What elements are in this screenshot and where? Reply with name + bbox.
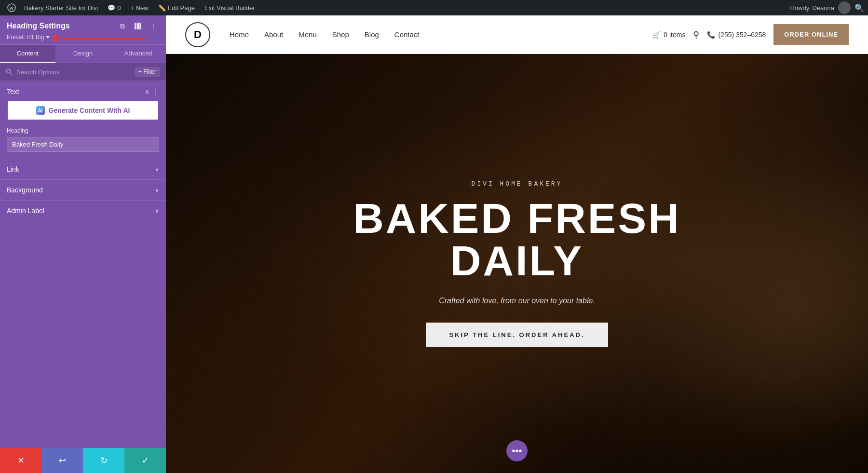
nav-item-about[interactable]: About [264,30,283,39]
text-section-collapse-icon[interactable]: ∧ [145,88,149,95]
admin-label-section-header[interactable]: Admin Label ∨ [0,201,166,221]
heading-input[interactable] [7,137,159,152]
background-section-title: Background [7,186,43,194]
admin-label-section: Admin Label ∨ [0,200,166,221]
columns-icon[interactable] [132,20,144,32]
panel-header-top: Heading Settings ⧉ ⋮ [7,20,159,32]
heading-field-label: Heading [7,127,159,134]
background-section-header[interactable]: Background ∨ [0,180,166,200]
ai-button-label: Generate Content With AI [49,107,130,114]
filter-button[interactable]: + Filter [135,67,160,77]
edit-page-bar-item[interactable]: ✏️ Edit Page [153,0,200,15]
text-section-header[interactable]: Text ∧ ⋮ [0,81,166,100]
svg-rect-3 [137,23,139,29]
generate-ai-button[interactable]: AI Generate Content With AI [7,100,159,121]
panel-title: Heading Settings [7,22,70,30]
background-section-icons: ∨ [155,187,159,193]
hero-title: BAKED FRESH DAILY [348,197,686,282]
svg-rect-4 [139,23,141,29]
admin-bar-right: Howdy, Deanna 🔍 [790,1,864,14]
text-section-title: Text [7,88,19,95]
preset-label[interactable]: Preset: H1 Big [7,34,159,41]
cart-label: 0 items [664,31,685,39]
search-options-input[interactable] [16,68,131,76]
nav-item-shop[interactable]: Shop [332,30,349,39]
ai-icon: AI [36,106,45,115]
nav-right: 🛒 0 items ⚲ 📞 (255) 352–6258 ORDER ONLIN… [652,24,849,45]
link-section-icons: ∨ [155,166,159,173]
cancel-button[interactable]: ✕ [0,448,41,473]
search-icon [6,68,13,75]
save-button[interactable]: ✓ [124,448,166,473]
nav-item-blog[interactable]: Blog [365,30,379,39]
link-section-title: Link [7,165,19,173]
preset-dropdown-icon [46,36,50,39]
phone-info: 📞 (255) 352–6258 [707,31,766,39]
hero-cta-button[interactable]: SKIP THE LINE. ORDER AHEAD. [426,323,608,347]
comments-bar-item[interactable]: 💬 0 [103,0,125,15]
panel-search-bar: + Filter [0,63,166,81]
wp-logo-icon[interactable]: W [4,0,19,15]
hero-dots-button[interactable]: ••• [506,440,528,461]
cart-info[interactable]: 🛒 0 items [652,31,685,39]
tab-advanced[interactable]: Advanced [110,45,166,63]
nav-link-contact[interactable]: Contact [394,30,420,39]
left-panel: Heading Settings ⧉ ⋮ [0,15,166,473]
admin-label-section-icons: ∨ [155,207,159,214]
hero-content: DIVI HOME BAKERY BAKED FRESH DAILY Craft… [348,180,686,347]
tab-content[interactable]: Content [0,45,55,63]
panel-tabs: Content Design Advanced [0,45,166,63]
nav-item-home[interactable]: Home [230,30,249,39]
text-section-more-icon[interactable]: ⋮ [152,88,159,95]
nav-links: Home About Menu Shop Blog Contact [230,30,652,39]
site-nav: D Home About Menu Shop Blog Contact 🛒 0 … [166,15,868,54]
avatar[interactable] [838,1,851,14]
nav-link-about[interactable]: About [264,30,283,39]
more-options-icon[interactable]: ⋮ [148,20,159,32]
nav-item-menu[interactable]: Menu [298,30,317,39]
main-layout: Heading Settings ⧉ ⋮ [0,15,868,473]
exit-builder-label: Exit Visual Builder [204,4,255,12]
svg-text:W: W [10,6,14,11]
copy-icon[interactable]: ⧉ [117,20,128,32]
nav-link-blog[interactable]: Blog [365,30,379,39]
panel-header-wrapper: Heading Settings ⧉ ⋮ [0,15,166,81]
tab-design[interactable]: Design [55,45,111,63]
howdy-label: Howdy, Deanna [790,4,834,12]
svg-point-7 [7,69,11,73]
site-logo[interactable]: D [185,22,210,47]
background-chevron-icon[interactable]: ∨ [155,187,159,193]
background-section: Background ∨ [0,179,166,200]
link-chevron-icon[interactable]: ∨ [155,166,159,173]
svg-line-8 [10,73,12,75]
search-icon[interactable]: 🔍 [854,3,864,13]
svg-rect-2 [135,23,136,29]
nav-search-icon[interactable]: ⚲ [693,29,699,40]
preset-text: Preset: H1 Big [7,34,44,41]
nav-link-shop[interactable]: Shop [332,30,349,39]
phone-icon: 📞 [707,31,715,39]
undo-button[interactable]: ↩ [41,448,83,473]
edit-page-label: Edit Page [168,4,195,12]
hero-description: Crafted with love, from our oven to your… [348,297,686,305]
admin-label-section-title: Admin Label [7,207,44,215]
nav-link-home[interactable]: Home [230,30,249,39]
redo-button[interactable]: ↻ [83,448,124,473]
hero-section: DIVI HOME BAKERY BAKED FRESH DAILY Craft… [166,54,868,473]
exit-builder-bar-item[interactable]: Exit Visual Builder [200,0,260,15]
new-bar-item[interactable]: + New [125,0,153,15]
nav-link-menu[interactable]: Menu [298,30,317,39]
cart-icon: 🛒 [652,31,661,39]
nav-item-contact[interactable]: Contact [394,30,420,39]
heading-field-group: Heading [0,127,166,159]
link-section: Link ∨ [0,159,166,179]
new-label: + New [130,4,148,12]
site-name-bar-item[interactable]: Bakery Starter Site for Divi [19,0,103,15]
phone-number: (255) 352–6258 [718,31,766,39]
admin-label-chevron-icon[interactable]: ∨ [155,207,159,214]
text-section-icons: ∧ ⋮ [145,88,159,95]
order-online-button[interactable]: ORDER ONLINE [773,24,849,45]
hero-subtitle: DIVI HOME BAKERY [348,180,686,188]
link-section-header[interactable]: Link ∨ [0,159,166,179]
panel-content: Text ∧ ⋮ AI Generate Content With AI Hea… [0,81,166,448]
